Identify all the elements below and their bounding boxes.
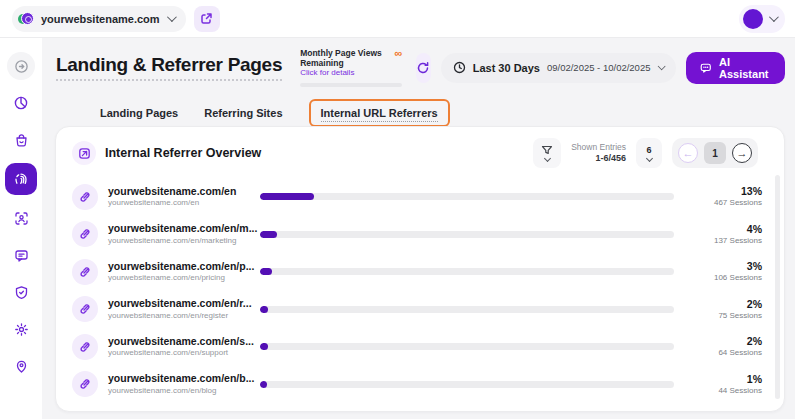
row-percent: 3% (684, 259, 762, 273)
tab-referring-sites[interactable]: Referring Sites (204, 107, 282, 119)
link-icon (79, 228, 91, 240)
row-bar-track (260, 381, 674, 388)
internal-referrer-card: Internal Referrer Overview Shown Entries… (55, 126, 785, 412)
monthly-views-label: Monthly Page Views Remaining (300, 48, 394, 68)
row-bar-fill (260, 343, 268, 350)
map-pin-icon (14, 359, 29, 374)
tab-internal-url-referrers[interactable]: Internal URL Referrers (309, 99, 450, 127)
monthly-views-progressbar (300, 83, 402, 87)
row-percent: 13% (684, 184, 762, 198)
row-url: yourwebsitename.com/en/pricing (108, 273, 250, 283)
chat-bubble-icon (700, 61, 712, 75)
infinity-value: ∞ (394, 48, 402, 58)
row-bar-fill (260, 193, 314, 200)
date-preset-label: Last 30 Days (473, 62, 540, 74)
row-bar-track (260, 193, 674, 200)
row-sessions: 106 Sessions (684, 273, 762, 284)
table-row[interactable]: yourwebsitename.com/en/s...yourwebsitena… (72, 328, 762, 366)
link-icon-badge (72, 296, 98, 322)
refresh-icon (416, 61, 430, 75)
row-bar-fill (260, 306, 268, 313)
chevron-down-icon (645, 155, 652, 162)
table-row[interactable]: yourwebsitename.com/en/r...yourwebsitena… (72, 291, 762, 329)
row-title: yourwebsitename.com/en/r... (108, 297, 250, 311)
monthly-views-details-link[interactable]: Click for details (300, 68, 394, 77)
table-row[interactable]: yourwebsitename.com/en/m...yourwebsitena… (72, 216, 762, 254)
sidebar-item-referrers-active[interactable] (5, 163, 37, 195)
table-row[interactable]: yourwebsitename.com/en/b...yourwebsitena… (72, 366, 762, 404)
chevron-down-icon (167, 12, 177, 22)
row-url: yourwebsitename.com/en/marketing (108, 236, 250, 246)
row-sessions: 64 Sessions (684, 348, 762, 359)
tab-landing-pages[interactable]: Landing Pages (100, 107, 178, 119)
row-sessions: 137 Sessions (684, 236, 762, 247)
row-bar-track (260, 343, 674, 350)
topbar: yourwebsitename.com (0, 0, 795, 38)
sidebar (0, 38, 42, 419)
pie-chart-icon (13, 95, 29, 111)
tab-internal-url-referrers-label: Internal URL Referrers (321, 107, 438, 122)
sidebar-item-audience[interactable] (7, 204, 35, 232)
refresh-button[interactable] (416, 53, 430, 83)
row-percent: 4% (684, 222, 762, 236)
row-percent: 2% (684, 297, 762, 311)
sidebar-item-settings[interactable] (7, 315, 35, 343)
sidebar-toggle-button[interactable] (7, 52, 35, 80)
ai-assistant-label: AI Assistant (719, 56, 771, 80)
link-icon (79, 266, 91, 278)
shown-entries: Shown Entries 1-6/456 (571, 142, 626, 164)
ai-assistant-button[interactable]: AI Assistant (686, 52, 785, 84)
link-icon-badge (72, 334, 98, 360)
row-url: yourwebsitename.com/en (108, 198, 250, 208)
current-page[interactable]: 1 (704, 142, 726, 164)
link-icon (79, 303, 91, 315)
link-icon-badge (72, 184, 98, 210)
sidebar-item-analytics[interactable] (7, 89, 35, 117)
row-bar-fill (260, 268, 272, 275)
row-percent: 1% (684, 372, 762, 386)
link-icon (79, 341, 91, 353)
table-row[interactable]: yourwebsitename.com/enyourwebsitename.co… (72, 178, 762, 216)
table-row[interactable]: yourwebsitename.com/en/p...yourwebsitena… (72, 253, 762, 291)
site-favicon (18, 11, 34, 27)
main-content: Landing & Referrer Pages Monthly Page Vi… (42, 38, 795, 419)
link-icon-badge (72, 371, 98, 397)
sidebar-item-orders[interactable] (7, 126, 35, 154)
shown-entries-label: Shown Entries (571, 142, 626, 153)
filter-icon (541, 145, 553, 155)
fingerprint-icon (13, 171, 29, 187)
sidebar-item-messages[interactable] (7, 241, 35, 269)
open-site-button[interactable] (194, 6, 220, 32)
arrow-circle-icon (14, 59, 29, 74)
prev-page-button[interactable]: ← (678, 143, 698, 163)
site-selector[interactable]: yourwebsitename.com (12, 6, 186, 32)
next-page-button[interactable]: → (732, 143, 752, 163)
row-title: yourwebsitename.com/en (108, 185, 250, 199)
sidebar-item-security[interactable] (7, 278, 35, 306)
link-icon-badge (72, 221, 98, 247)
scrollbar[interactable] (775, 175, 780, 399)
pagination: ← 1 → (672, 138, 758, 168)
row-title: yourwebsitename.com/en/p... (108, 260, 250, 274)
chat-icon (14, 248, 29, 263)
date-range-filter[interactable]: Last 30 Days 09/02/2025 - 10/02/2025 (441, 53, 677, 83)
row-url: yourwebsitename.com/en/register (108, 311, 250, 321)
row-bar-track (260, 306, 674, 313)
page-size-select[interactable]: 6 (636, 138, 662, 168)
referrer-rows: yourwebsitename.com/enyourwebsitename.co… (56, 174, 784, 403)
row-title: yourwebsitename.com/en/s... (108, 335, 250, 349)
filter-button[interactable] (533, 138, 561, 168)
row-percent: 2% (684, 334, 762, 348)
arrow-left-icon: ← (683, 148, 694, 159)
sidebar-item-location[interactable] (7, 352, 35, 380)
chevron-down-icon (544, 155, 551, 162)
arrow-right-icon: → (737, 148, 748, 159)
link-icon (79, 378, 91, 390)
row-sessions: 44 Sessions (684, 386, 762, 397)
link-icon-badge (72, 259, 98, 285)
site-selector-label: yourwebsitename.com (41, 13, 160, 25)
user-menu[interactable] (739, 5, 785, 33)
chevron-down-icon (769, 12, 779, 22)
link-icon (79, 191, 91, 203)
gear-icon (14, 322, 29, 337)
